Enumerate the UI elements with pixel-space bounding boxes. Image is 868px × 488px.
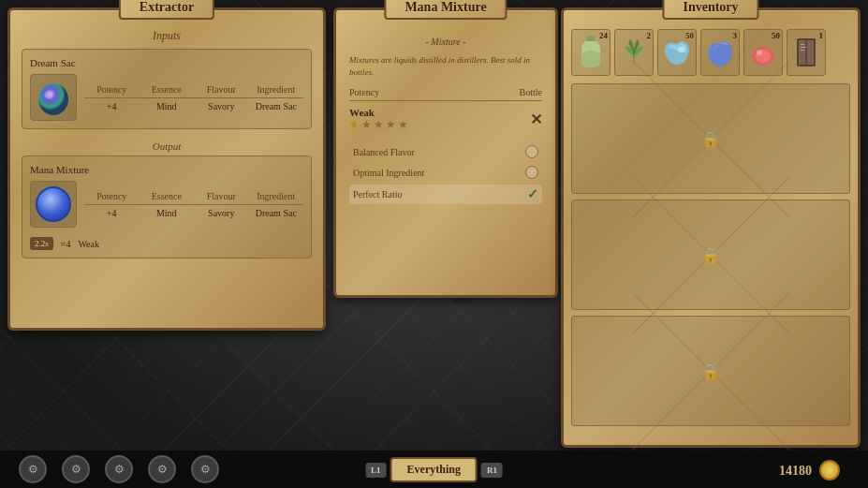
mana-mixture-icon <box>30 181 77 228</box>
inv-count-water: 50 <box>685 31 694 40</box>
filter-everything-button[interactable]: Everything <box>390 457 478 482</box>
svg-rect-17 <box>587 36 595 41</box>
large-locked-slot-1: 🔒 <box>571 83 850 194</box>
bottom-bar: ⚙ ⚙ ⚙ ⚙ ⚙ L1 Everything R1 14180 <box>0 451 868 488</box>
gold-icon <box>819 460 840 481</box>
bottle-icon <box>578 36 604 69</box>
output-quality: Weak <box>78 239 99 249</box>
inv-slot-red-gem[interactable]: 50 <box>743 29 783 76</box>
output-item-name: Mana Mixture <box>30 164 303 175</box>
mixture-stats-header: Potency Bottle <box>349 87 542 101</box>
svg-rect-25 <box>801 44 804 45</box>
req2-indicator <box>525 166 538 179</box>
req-balanced-flavor: Balanced Flavor <box>349 143 542 160</box>
trigger-right-badge[interactable]: R1 <box>481 463 503 478</box>
req2-label: Optimal Ingredient <box>353 168 424 178</box>
bottom-icon-4[interactable]: ⚙ <box>148 455 176 483</box>
input-section: Dream Sac <box>22 49 312 129</box>
star-rating: ★ ★ ★ ★ ★ <box>349 118 408 132</box>
inv-count-book: 1 <box>819 31 824 40</box>
time-badge: 2.2s <box>30 237 53 250</box>
large-locked-slot-2: 🔒 <box>571 200 850 310</box>
inv-count-herb: 2 <box>647 31 652 40</box>
req-optimal-ingredient: Optimal Ingredient <box>349 164 542 181</box>
quality-label: Weak <box>349 107 408 118</box>
inventory-title: Inventory <box>662 0 758 20</box>
lock-icon-2: 🔒 <box>701 246 720 264</box>
req3-check-icon: ✓ <box>527 186 538 202</box>
output-potency: =4 <box>61 239 71 249</box>
inv-slot-water[interactable]: 50 <box>657 29 697 76</box>
req-perfect-ratio: Perfect Ratio ✓ <box>349 185 542 204</box>
req1-indicator <box>525 145 538 158</box>
mixture-panel: Mana Mixture - Mixture - Mixtures are li… <box>333 7 558 298</box>
output-stats: Potency Essence Flavour Ingredient +4 Mi… <box>84 191 303 218</box>
bottle-x-mark: ✕ <box>530 111 542 128</box>
inv-count-blue-liquid: 3 <box>733 31 738 40</box>
inv-slot-blue-liquid[interactable]: 3 <box>700 29 740 76</box>
extractor-title: Extractor <box>119 0 214 20</box>
inventory-panel: Inventory 24 2 50 <box>561 7 861 448</box>
trigger-left-badge[interactable]: L1 <box>365 463 387 478</box>
input-item-name: Dream Sac <box>30 57 303 68</box>
svg-point-21 <box>757 50 762 55</box>
book-icon <box>793 37 819 68</box>
bottom-icon-3[interactable]: ⚙ <box>105 455 133 483</box>
star-1: ★ <box>349 118 360 132</box>
req1-label: Balanced Flavor <box>353 147 415 157</box>
svg-rect-26 <box>801 47 806 48</box>
output-label: Output <box>22 137 312 155</box>
inv-slot-book[interactable]: 1 <box>787 29 826 76</box>
star-4: ★ <box>386 118 396 132</box>
svg-point-15 <box>38 83 68 115</box>
bottom-icon-2[interactable]: ⚙ <box>62 455 90 483</box>
bottom-icon-1[interactable]: ⚙ <box>19 455 47 483</box>
req3-label: Perfect Ratio <box>353 189 402 200</box>
filter-button-group: L1 Everything R1 <box>365 457 503 482</box>
extractor-panel: Extractor Inputs Dream Sac <box>7 7 326 331</box>
quality-row: Weak ★ ★ ★ ★ ★ ✕ <box>349 107 542 132</box>
star-5: ★ <box>398 118 408 132</box>
water-icon <box>661 37 693 68</box>
mixture-title: Mana Mixture <box>384 0 507 20</box>
inventory-top-slots: 24 2 50 3 <box>571 29 850 76</box>
output-section: Mana Mixture Potency Essence Flavour Ing… <box>22 155 312 259</box>
bottle-header: Bottle <box>520 87 542 97</box>
bottom-left-icons: ⚙ ⚙ ⚙ ⚙ ⚙ <box>19 455 219 483</box>
lock-icon-3: 🔒 <box>701 362 720 380</box>
input-stats: Potency Essence Flavour Ingredient +4 Mi… <box>84 84 303 111</box>
bottom-icon-5[interactable]: ⚙ <box>191 455 219 483</box>
inv-slot-bottle[interactable]: 24 <box>571 29 611 76</box>
lock-icon-1: 🔒 <box>701 130 720 148</box>
inv-count-bottle: 24 <box>599 31 608 40</box>
star-3: ★ <box>374 118 384 132</box>
svg-rect-27 <box>801 50 804 51</box>
mixture-subtitle: - Mixture - <box>349 37 542 47</box>
potency-header: Potency <box>349 87 379 97</box>
dream-sac-icon <box>30 74 77 121</box>
blue-liquid-icon <box>704 37 736 68</box>
large-locked-slot-3: 🔒 <box>571 316 850 426</box>
red-gem-icon <box>750 37 776 67</box>
inputs-label: Inputs <box>22 29 312 43</box>
inv-slot-herb[interactable]: 2 <box>614 29 654 76</box>
mixture-description: Mixtures are liquids distilled in distil… <box>349 54 542 78</box>
gold-count: 14180 <box>779 464 812 479</box>
star-2: ★ <box>361 118 372 132</box>
inv-count-red-gem: 50 <box>772 31 780 40</box>
